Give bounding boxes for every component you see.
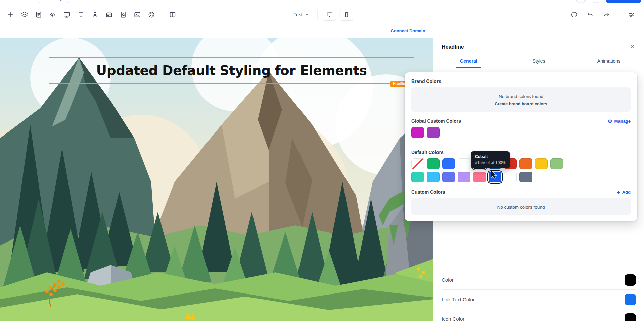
sliders-icon — [628, 11, 635, 18]
tab-styles[interactable]: Styles — [504, 55, 574, 68]
default-color-swatch[interactable] — [458, 158, 470, 169]
connect-domain-link[interactable]: Connect Domain — [379, 28, 436, 33]
columns-icon — [169, 11, 176, 18]
default-colors-title: Default Colors — [411, 150, 631, 155]
global-colors-title: Global Custom Colors — [411, 118, 461, 124]
default-color-swatch[interactable] — [504, 172, 517, 182]
default-color-swatch[interactable] — [427, 158, 440, 169]
form-icon — [35, 11, 42, 18]
default-color-swatch[interactable] — [442, 172, 455, 182]
color-row[interactable]: Color — [442, 270, 636, 289]
editor-window: Back Saving... Publish — [0, 0, 644, 321]
add-element-button[interactable] — [5, 9, 16, 20]
console-button[interactable] — [132, 9, 143, 20]
global-colors-row — [411, 127, 631, 138]
preview-controls: Test — [291, 9, 353, 21]
custom-colors-empty-text: No custom colors found — [415, 205, 627, 210]
default-color-swatch[interactable] — [535, 158, 548, 169]
link-text-color-swatch[interactable] — [625, 294, 636, 305]
history-clock-icon — [570, 11, 578, 18]
default-color-swatch[interactable] — [473, 172, 486, 182]
link-text-color-row[interactable]: Link Text Color — [442, 289, 636, 309]
page-search-icon — [120, 11, 127, 18]
toolbar-separator — [619, 10, 619, 19]
terminal-icon — [134, 11, 141, 18]
window-topbar: Back Saving... Publish — [0, 0, 644, 4]
global-color-swatch[interactable] — [427, 127, 440, 138]
icon-color-row[interactable]: Icon Color — [442, 309, 636, 321]
payment-button[interactable] — [103, 9, 115, 20]
page-select-value: Test — [294, 12, 303, 17]
page-select-dropdown[interactable]: Test — [291, 10, 312, 19]
default-color-swatch[interactable] — [411, 158, 424, 169]
icon-color-label: Icon Color — [442, 316, 464, 321]
custom-colors-empty: No custom colors found — [411, 198, 631, 215]
layers-icon — [21, 11, 28, 18]
page-search-button[interactable] — [118, 9, 129, 20]
redo-icon — [603, 11, 610, 18]
undo-button[interactable] — [585, 9, 596, 20]
custom-colors-title: Custom Colors — [411, 189, 445, 195]
global-colors-header: Global Custom Colors ⚙ Manage — [411, 118, 631, 124]
default-color-swatch[interactable] — [458, 172, 470, 182]
settings-sliders-button[interactable] — [626, 9, 637, 20]
color-row-swatch[interactable] — [625, 274, 636, 286]
add-label: Add — [622, 190, 631, 195]
default-color-swatch[interactable] — [442, 158, 455, 169]
editor-toolbar: Test — [0, 4, 644, 25]
default-color-swatch[interactable] — [519, 158, 532, 169]
manage-button[interactable]: ⚙ Manage — [608, 119, 631, 124]
default-colors-row-1 — [411, 158, 631, 169]
sync-icon — [41, 0, 46, 1]
default-color-swatch[interactable] — [519, 172, 532, 182]
person-icon — [91, 11, 99, 18]
add-custom-color-button[interactable]: + Add — [617, 190, 631, 195]
brand-colors-empty: No brand colors found Create brand board… — [411, 87, 631, 112]
default-color-swatch[interactable] — [427, 172, 440, 182]
mobile-preview-button[interactable] — [339, 9, 353, 21]
color-tooltip-name: Cobalt — [475, 154, 506, 159]
code-icon — [49, 11, 56, 18]
contact-button[interactable] — [89, 9, 101, 20]
brand-colors-title: Brand Colors — [411, 78, 631, 84]
history-controls — [568, 9, 639, 20]
global-color-swatch[interactable] — [411, 127, 424, 138]
brand-colors-empty-text: No brand colors found — [415, 94, 627, 99]
text-icon — [77, 11, 85, 18]
custom-code-button[interactable] — [47, 9, 58, 20]
sections-button[interactable] — [19, 9, 30, 20]
icon-color-swatch[interactable] — [625, 313, 636, 321]
default-color-swatch[interactable] — [411, 172, 424, 182]
sidebar-tabs: General Styles Animations — [433, 55, 644, 68]
tab-general[interactable]: General — [433, 55, 504, 68]
headline-element[interactable]: Updated Default Styling for Elements — [96, 63, 367, 78]
apps-button[interactable] — [591, 0, 602, 3]
undo-icon — [587, 11, 594, 18]
chevron-down-icon — [305, 12, 309, 17]
color-picker-popover: Brand Colors No brand colors found Creat… — [405, 72, 637, 221]
layout-columns-button[interactable] — [167, 9, 178, 20]
toolbar-separator — [317, 10, 317, 19]
redo-button[interactable] — [601, 9, 612, 20]
default-color-swatch[interactable] — [550, 158, 563, 169]
close-icon[interactable]: ✕ — [629, 43, 636, 51]
form-button[interactable] — [33, 9, 44, 20]
create-brand-board-link[interactable]: Create brand board colors — [415, 102, 627, 106]
color-settings-rows: Color Link Text Color Icon Color — [433, 270, 644, 321]
publish-button[interactable]: Publish — [606, 0, 641, 3]
tab-animations[interactable]: Animations — [574, 55, 644, 68]
page-canvas[interactable]: Updated Default Styling for Elements Hea… — [0, 38, 433, 321]
desktop-preview-button[interactable] — [323, 9, 336, 21]
color-tooltip-detail: #155eef at 100% — [475, 160, 506, 165]
color-tooltip: Cobalt #155eef at 100% — [471, 151, 510, 168]
design-button[interactable] — [146, 9, 157, 20]
mobile-icon — [343, 11, 350, 18]
history-button[interactable] — [568, 9, 580, 20]
link-text-color-label: Link Text Color — [442, 297, 475, 302]
help-button[interactable] — [575, 0, 587, 3]
topbar-actions: Publish — [575, 0, 641, 3]
text-button[interactable] — [75, 9, 87, 20]
default-color-swatch[interactable] — [489, 172, 501, 182]
desktop-icon — [326, 11, 333, 18]
media-button[interactable] — [61, 9, 73, 20]
